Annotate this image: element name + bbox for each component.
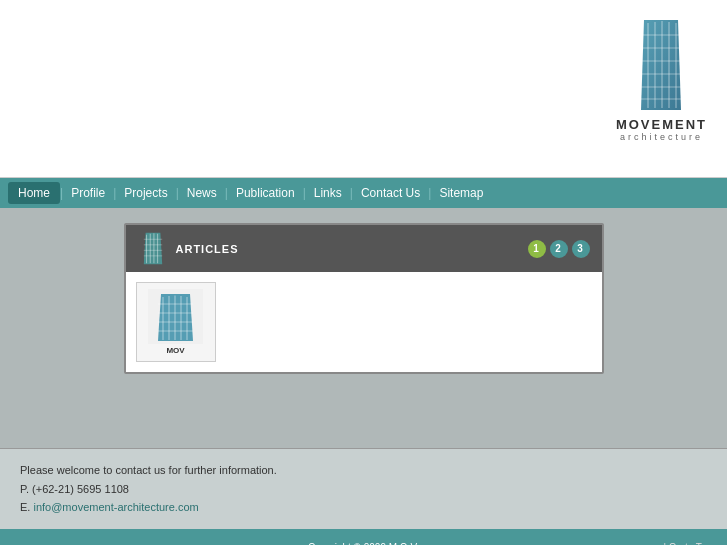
email-link[interactable]: info@movement-architecture.com: [33, 501, 198, 513]
logo-icon: [626, 15, 696, 115]
nav-links[interactable]: Links: [306, 186, 350, 200]
articles-title-area: ARTICLES: [138, 231, 239, 266]
page-btn-3[interactable]: 3: [572, 240, 590, 258]
brand-sub: architecture: [616, 132, 707, 142]
article-thumbnail[interactable]: MOV MOV: [136, 282, 216, 362]
articles-box: ARTICLES 1 2 3: [124, 223, 604, 374]
thumb-building-icon: MOV: [148, 289, 203, 344]
articles-header: ARTICLES 1 2 3: [126, 225, 602, 272]
welcome-text: Please welcome to contact us for further…: [20, 461, 707, 480]
go-to-top[interactable]: | Go to Top: [663, 539, 712, 545]
articles-label: ARTICLES: [176, 243, 239, 255]
logo-area: MOVEMENT architecture: [616, 15, 707, 142]
thumb-label: MOV: [166, 346, 184, 355]
bottom-footer: | Go to Top Copyright © 2009 M.O.V. All …: [0, 529, 727, 545]
copyright-text: Copyright © 2009 M.O.V.: [20, 539, 707, 545]
main-content: ARTICLES 1 2 3: [0, 208, 727, 448]
footer-info: Please welcome to contact us for further…: [0, 448, 727, 529]
articles-pagination: 1 2 3: [528, 240, 590, 258]
phone-line: P. (+62-21) 5695 1108: [20, 480, 707, 499]
email-line: E. info@movement-architecture.com: [20, 498, 707, 517]
phone-label: P.: [20, 483, 29, 495]
nav-home[interactable]: Home: [8, 182, 60, 204]
nav-news[interactable]: News: [179, 186, 225, 200]
logo-text: MOVEMENT architecture: [616, 117, 707, 142]
nav-projects[interactable]: Projects: [116, 186, 175, 200]
articles-building-icon: [138, 231, 168, 266]
nav-profile[interactable]: Profile: [63, 186, 113, 200]
navbar: Home | Profile | Projects | News | Publi…: [0, 178, 727, 208]
nav-sitemap[interactable]: Sitemap: [431, 186, 491, 200]
page-btn-2[interactable]: 2: [550, 240, 568, 258]
email-label: E.: [20, 501, 30, 513]
brand-name: MOVEMENT: [616, 117, 707, 132]
main-wrapper: ARTICLES 1 2 3: [0, 208, 727, 545]
nav-publication[interactable]: Publication: [228, 186, 303, 200]
nav-contact[interactable]: Contact Us: [353, 186, 428, 200]
page-btn-1[interactable]: 1: [528, 240, 546, 258]
phone-number: (+62-21) 5695 1108: [32, 483, 129, 495]
header: MOVEMENT architecture: [0, 0, 727, 178]
articles-content: MOV MOV: [126, 272, 602, 372]
